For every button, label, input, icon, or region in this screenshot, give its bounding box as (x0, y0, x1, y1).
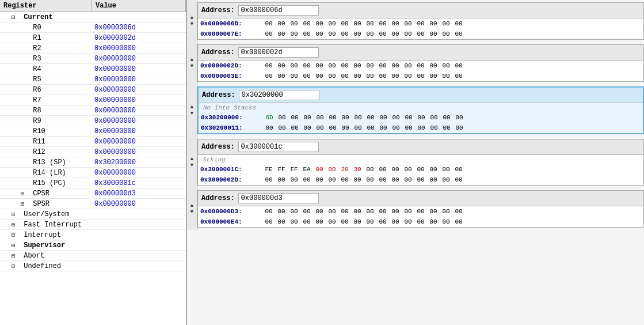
memory-bytes: 6D000000000000000000000000000000 (264, 114, 464, 121)
register-row[interactable]: ⊞ SPSR 0x00000000 (0, 199, 186, 209)
memory-byte: 00 (277, 114, 287, 121)
memory-nav-left[interactable]: ▲▼ (187, 0, 197, 42)
up-arrow-icon[interactable]: ▲ (190, 16, 193, 21)
memory-byte: 00 (390, 176, 401, 183)
up-arrow-icon[interactable]: ▲ (190, 58, 193, 63)
memory-row-address: 0x0000007E: (200, 31, 264, 37)
memory-nav-left[interactable]: ▲▼ (187, 84, 197, 137)
memory-byte: 00 (352, 218, 363, 225)
register-row[interactable]: R1 0x0000002d (0, 33, 186, 43)
memory-byte: 00 (428, 166, 439, 173)
memory-window-header: Address: (199, 88, 643, 103)
register-row[interactable]: R3 0x00000000 (0, 54, 186, 64)
memory-byte: 00 (428, 20, 439, 27)
memory-row: 0x3000001C:FEFFFFEA000020300000000000000… (198, 164, 643, 175)
memory-byte: 00 (454, 124, 464, 131)
address-input[interactable] (238, 193, 319, 203)
memory-byte: 00 (340, 73, 350, 80)
memory-byte: FF (289, 166, 299, 173)
memory-row: 0x30200000:6D000000000000000000000000000… (199, 112, 643, 123)
memory-byte: 00 (365, 124, 376, 131)
register-section-interrupt[interactable]: ⊞ Interrupt (0, 230, 186, 240)
register-value: 0x00000000 (92, 107, 186, 115)
register-value: 0x00000000 (92, 138, 186, 146)
expand-icon: ⊞ (21, 201, 29, 207)
register-section-label: ⊟ Current (0, 13, 92, 21)
memory-row: 0x000000E4:00000000000000000000000000000… (198, 217, 643, 227)
memory-byte: 00 (327, 176, 337, 183)
memory-byte: 00 (327, 114, 338, 121)
register-section-label: ⊞ Fast Interrupt (0, 221, 92, 229)
register-name: R14 (LR) (0, 169, 92, 177)
register-section-current[interactable]: ⊟ Current (0, 12, 186, 22)
register-row[interactable]: R5 0x00000000 (0, 74, 186, 85)
register-row[interactable]: R11 0x00000000 (0, 137, 186, 147)
memory-byte: 00 (352, 176, 363, 183)
memory-row: 0x0000002D:00000000000000000000000000000… (198, 61, 643, 71)
up-arrow-icon[interactable]: ▲ (190, 105, 193, 110)
up-arrow-icon[interactable]: ▲ (190, 157, 193, 162)
down-arrow-icon[interactable]: ▼ (190, 22, 193, 27)
address-input[interactable] (239, 90, 319, 100)
register-row[interactable]: R14 (LR) 0x00000000 (0, 168, 186, 178)
register-row[interactable]: R12 0x00000000 (0, 147, 186, 157)
register-row[interactable]: R2 0x00000000 (0, 43, 186, 54)
address-label: Address: (201, 194, 235, 202)
down-arrow-icon[interactable]: ▼ (190, 210, 193, 215)
expand-icon: ⊞ (12, 252, 20, 259)
register-section-supervisor[interactable]: ⊞ Supervisor (0, 240, 186, 251)
memory-byte: 00 (403, 20, 413, 27)
memory-byte: 00 (315, 114, 325, 121)
register-row[interactable]: R7 0x00000000 (0, 95, 186, 105)
up-arrow-icon[interactable]: ▲ (190, 203, 193, 209)
memory-scroll[interactable]: ▲▼ Address: 0x0000006D:00000000000000000… (187, 0, 644, 325)
memory-byte: 00 (416, 20, 426, 27)
memory-byte: 00 (289, 124, 300, 131)
memory-nav-left[interactable]: ▲▼ (187, 42, 197, 84)
register-section-fast-interrupt[interactable]: ⊞ Fast Interrupt (0, 220, 186, 230)
memory-byte: 00 (264, 31, 274, 37)
memory-byte: 00 (302, 208, 312, 215)
address-input[interactable] (238, 47, 319, 58)
register-row[interactable]: R15 (PC) 0x3000001c (0, 178, 186, 188)
register-row[interactable]: R4 0x00000000 (0, 64, 186, 74)
register-row[interactable]: R6 0x00000000 (0, 85, 186, 95)
memory-window-header: Address: (198, 3, 643, 18)
memory-byte: 00 (277, 124, 287, 131)
memory-nav-left[interactable]: ▲▼ (187, 137, 197, 188)
register-section-abort[interactable]: ⊞ Abort (0, 251, 186, 261)
register-panel: Register Value ⊟ Current R0 0x0000006d R… (0, 0, 187, 325)
memory-byte: 00 (365, 73, 375, 80)
memory-byte: 00 (390, 20, 401, 27)
memory-row-address: 0x30200000: (201, 114, 264, 121)
memory-byte: 00 (314, 176, 325, 183)
memory-byte: 00 (390, 31, 401, 37)
register-body[interactable]: ⊟ Current R0 0x0000006d R1 0x0000002d R2… (0, 12, 186, 325)
register-name: R2 (0, 44, 92, 52)
memory-window-header: Address: (198, 191, 643, 206)
memory-nav-left[interactable]: ▲▼ (187, 188, 197, 230)
down-arrow-icon[interactable]: ▼ (190, 64, 193, 69)
register-name: R0 (0, 24, 92, 32)
register-row[interactable]: R8 0x00000000 (0, 105, 186, 116)
memory-byte: 00 (276, 218, 287, 225)
memory-byte: 00 (276, 208, 287, 215)
memory-byte: 00 (352, 31, 363, 37)
address-input[interactable] (238, 142, 319, 152)
register-section-label: ⊞ Undefined (0, 262, 92, 270)
memory-byte: 00 (441, 218, 451, 225)
register-section-undefined[interactable]: ⊞ Undefined (0, 261, 186, 271)
down-arrow-icon[interactable]: ▼ (190, 163, 193, 168)
memory-byte: 00 (416, 31, 426, 37)
down-arrow-icon[interactable]: ▼ (190, 111, 193, 116)
register-row[interactable]: R10 0x00000000 (0, 126, 186, 137)
register-row[interactable]: R13 (SP) 0x30200000 (0, 157, 186, 168)
memory-byte: 00 (365, 166, 375, 173)
register-row[interactable]: R0 0x0000006d (0, 22, 186, 33)
register-row[interactable]: ⊞ CPSR 0x000000d3 (0, 188, 186, 199)
memory-bytes: 00000000000000000000000000000000 (264, 176, 464, 183)
register-section-user/system[interactable]: ⊞ User/System (0, 209, 186, 220)
register-row[interactable]: R9 0x00000000 (0, 116, 186, 126)
memory-byte: 00 (353, 124, 363, 131)
address-input[interactable] (238, 5, 319, 16)
